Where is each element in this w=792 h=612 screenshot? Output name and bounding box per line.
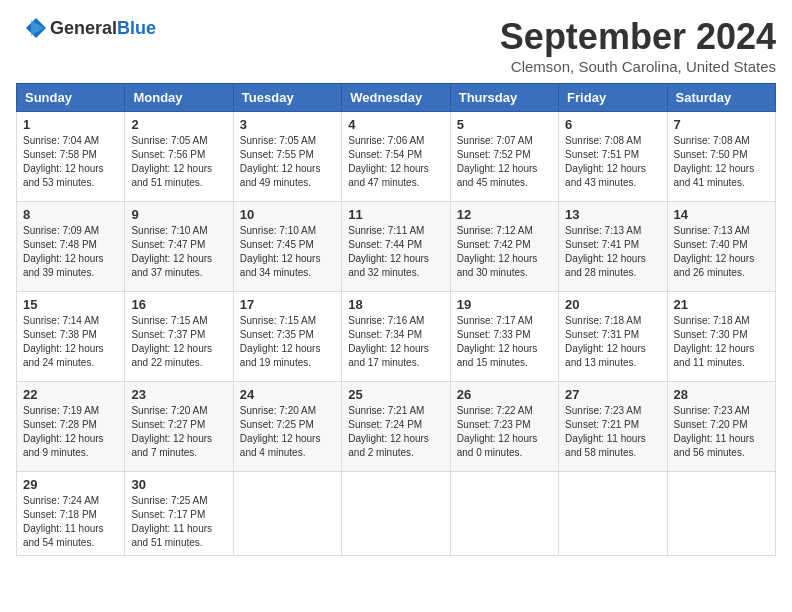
calendar-cell [450, 472, 558, 556]
logo: GeneralBlue [16, 16, 156, 40]
day-info: Sunrise: 7:16 AM Sunset: 7:34 PM Dayligh… [348, 314, 443, 370]
week-row-4: 22Sunrise: 7:19 AM Sunset: 7:28 PM Dayli… [17, 382, 776, 472]
calendar-cell: 2Sunrise: 7:05 AM Sunset: 7:56 PM Daylig… [125, 112, 233, 202]
day-info: Sunrise: 7:04 AM Sunset: 7:58 PM Dayligh… [23, 134, 118, 190]
calendar-cell: 7Sunrise: 7:08 AM Sunset: 7:50 PM Daylig… [667, 112, 775, 202]
day-number: 15 [23, 297, 118, 312]
day-number: 12 [457, 207, 552, 222]
weekday-monday: Monday [125, 84, 233, 112]
day-number: 27 [565, 387, 660, 402]
title-area: September 2024 Clemson, South Carolina, … [500, 16, 776, 75]
day-number: 23 [131, 387, 226, 402]
day-info: Sunrise: 7:05 AM Sunset: 7:56 PM Dayligh… [131, 134, 226, 190]
weekday-sunday: Sunday [17, 84, 125, 112]
day-info: Sunrise: 7:23 AM Sunset: 7:21 PM Dayligh… [565, 404, 660, 460]
day-info: Sunrise: 7:22 AM Sunset: 7:23 PM Dayligh… [457, 404, 552, 460]
day-number: 14 [674, 207, 769, 222]
day-info: Sunrise: 7:15 AM Sunset: 7:37 PM Dayligh… [131, 314, 226, 370]
week-row-3: 15Sunrise: 7:14 AM Sunset: 7:38 PM Dayli… [17, 292, 776, 382]
calendar-cell [667, 472, 775, 556]
calendar-cell: 26Sunrise: 7:22 AM Sunset: 7:23 PM Dayli… [450, 382, 558, 472]
weekday-wednesday: Wednesday [342, 84, 450, 112]
calendar-cell: 29Sunrise: 7:24 AM Sunset: 7:18 PM Dayli… [17, 472, 125, 556]
calendar-cell [342, 472, 450, 556]
calendar-cell: 22Sunrise: 7:19 AM Sunset: 7:28 PM Dayli… [17, 382, 125, 472]
day-info: Sunrise: 7:05 AM Sunset: 7:55 PM Dayligh… [240, 134, 335, 190]
day-number: 4 [348, 117, 443, 132]
day-info: Sunrise: 7:12 AM Sunset: 7:42 PM Dayligh… [457, 224, 552, 280]
day-number: 17 [240, 297, 335, 312]
day-number: 8 [23, 207, 118, 222]
page-header: GeneralBlue September 2024 Clemson, Sout… [16, 16, 776, 75]
week-row-5: 29Sunrise: 7:24 AM Sunset: 7:18 PM Dayli… [17, 472, 776, 556]
calendar-cell: 30Sunrise: 7:25 AM Sunset: 7:17 PM Dayli… [125, 472, 233, 556]
calendar-cell: 8Sunrise: 7:09 AM Sunset: 7:48 PM Daylig… [17, 202, 125, 292]
weekday-tuesday: Tuesday [233, 84, 341, 112]
day-number: 21 [674, 297, 769, 312]
day-number: 5 [457, 117, 552, 132]
day-info: Sunrise: 7:11 AM Sunset: 7:44 PM Dayligh… [348, 224, 443, 280]
calendar-cell: 25Sunrise: 7:21 AM Sunset: 7:24 PM Dayli… [342, 382, 450, 472]
month-title: September 2024 [500, 16, 776, 58]
calendar-cell: 9Sunrise: 7:10 AM Sunset: 7:47 PM Daylig… [125, 202, 233, 292]
day-number: 3 [240, 117, 335, 132]
day-info: Sunrise: 7:19 AM Sunset: 7:28 PM Dayligh… [23, 404, 118, 460]
calendar-table: SundayMondayTuesdayWednesdayThursdayFrid… [16, 83, 776, 556]
calendar-body: 1Sunrise: 7:04 AM Sunset: 7:58 PM Daylig… [17, 112, 776, 556]
day-number: 9 [131, 207, 226, 222]
day-number: 24 [240, 387, 335, 402]
day-info: Sunrise: 7:20 AM Sunset: 7:25 PM Dayligh… [240, 404, 335, 460]
calendar-cell: 28Sunrise: 7:23 AM Sunset: 7:20 PM Dayli… [667, 382, 775, 472]
weekday-saturday: Saturday [667, 84, 775, 112]
day-info: Sunrise: 7:13 AM Sunset: 7:40 PM Dayligh… [674, 224, 769, 280]
week-row-2: 8Sunrise: 7:09 AM Sunset: 7:48 PM Daylig… [17, 202, 776, 292]
calendar-cell: 4Sunrise: 7:06 AM Sunset: 7:54 PM Daylig… [342, 112, 450, 202]
calendar-cell: 12Sunrise: 7:12 AM Sunset: 7:42 PM Dayli… [450, 202, 558, 292]
day-info: Sunrise: 7:06 AM Sunset: 7:54 PM Dayligh… [348, 134, 443, 190]
day-info: Sunrise: 7:21 AM Sunset: 7:24 PM Dayligh… [348, 404, 443, 460]
calendar-cell: 21Sunrise: 7:18 AM Sunset: 7:30 PM Dayli… [667, 292, 775, 382]
day-number: 19 [457, 297, 552, 312]
calendar-cell: 5Sunrise: 7:07 AM Sunset: 7:52 PM Daylig… [450, 112, 558, 202]
day-info: Sunrise: 7:15 AM Sunset: 7:35 PM Dayligh… [240, 314, 335, 370]
day-info: Sunrise: 7:08 AM Sunset: 7:51 PM Dayligh… [565, 134, 660, 190]
day-number: 22 [23, 387, 118, 402]
day-info: Sunrise: 7:24 AM Sunset: 7:18 PM Dayligh… [23, 494, 118, 550]
logo-icon [16, 16, 46, 40]
calendar-cell: 16Sunrise: 7:15 AM Sunset: 7:37 PM Dayli… [125, 292, 233, 382]
calendar-cell [233, 472, 341, 556]
calendar-cell: 13Sunrise: 7:13 AM Sunset: 7:41 PM Dayli… [559, 202, 667, 292]
calendar-cell [559, 472, 667, 556]
location-title: Clemson, South Carolina, United States [500, 58, 776, 75]
calendar-cell: 15Sunrise: 7:14 AM Sunset: 7:38 PM Dayli… [17, 292, 125, 382]
day-number: 30 [131, 477, 226, 492]
calendar-cell: 19Sunrise: 7:17 AM Sunset: 7:33 PM Dayli… [450, 292, 558, 382]
day-number: 1 [23, 117, 118, 132]
day-info: Sunrise: 7:10 AM Sunset: 7:47 PM Dayligh… [131, 224, 226, 280]
day-info: Sunrise: 7:10 AM Sunset: 7:45 PM Dayligh… [240, 224, 335, 280]
day-info: Sunrise: 7:07 AM Sunset: 7:52 PM Dayligh… [457, 134, 552, 190]
calendar-cell: 17Sunrise: 7:15 AM Sunset: 7:35 PM Dayli… [233, 292, 341, 382]
day-number: 2 [131, 117, 226, 132]
day-number: 16 [131, 297, 226, 312]
day-info: Sunrise: 7:20 AM Sunset: 7:27 PM Dayligh… [131, 404, 226, 460]
day-info: Sunrise: 7:17 AM Sunset: 7:33 PM Dayligh… [457, 314, 552, 370]
week-row-1: 1Sunrise: 7:04 AM Sunset: 7:58 PM Daylig… [17, 112, 776, 202]
logo-general-text: General [50, 18, 117, 38]
calendar-cell: 27Sunrise: 7:23 AM Sunset: 7:21 PM Dayli… [559, 382, 667, 472]
day-number: 26 [457, 387, 552, 402]
calendar-cell: 18Sunrise: 7:16 AM Sunset: 7:34 PM Dayli… [342, 292, 450, 382]
weekday-friday: Friday [559, 84, 667, 112]
calendar-cell: 6Sunrise: 7:08 AM Sunset: 7:51 PM Daylig… [559, 112, 667, 202]
day-number: 13 [565, 207, 660, 222]
day-number: 10 [240, 207, 335, 222]
day-info: Sunrise: 7:14 AM Sunset: 7:38 PM Dayligh… [23, 314, 118, 370]
calendar-cell: 11Sunrise: 7:11 AM Sunset: 7:44 PM Dayli… [342, 202, 450, 292]
day-number: 18 [348, 297, 443, 312]
logo-blue-text: Blue [117, 18, 156, 38]
day-info: Sunrise: 7:18 AM Sunset: 7:31 PM Dayligh… [565, 314, 660, 370]
day-info: Sunrise: 7:13 AM Sunset: 7:41 PM Dayligh… [565, 224, 660, 280]
calendar-cell: 10Sunrise: 7:10 AM Sunset: 7:45 PM Dayli… [233, 202, 341, 292]
day-number: 29 [23, 477, 118, 492]
day-info: Sunrise: 7:18 AM Sunset: 7:30 PM Dayligh… [674, 314, 769, 370]
